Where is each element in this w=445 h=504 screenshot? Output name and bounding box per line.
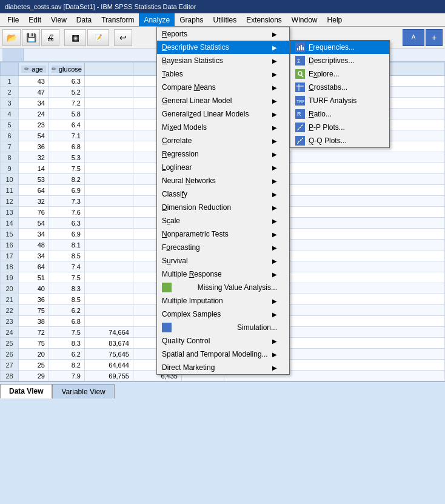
cell-glucose[interactable]: 8.1 [49, 240, 85, 250]
cell-c3[interactable]: 74,664 [84, 327, 133, 338]
menu-item-multiple-imputation[interactable]: Multiple Imputation ▶ [157, 294, 289, 307]
submenu-item-pp-plots[interactable]: P-P Plots... [290, 121, 389, 134]
menu-item-loglinear[interactable]: Loglinear ▶ [157, 161, 289, 174]
submenu-item-ratio[interactable]: R Ratio... [290, 107, 389, 121]
descriptive-statistics-submenu[interactable]: Frequencies... Σ Descriptives... Explore… [290, 40, 390, 148]
menu-item-mixed-models[interactable]: Mixed Models ▶ [157, 121, 289, 134]
tab-variable-view[interactable]: Variable View [52, 384, 114, 398]
cell-c3[interactable] [84, 76, 133, 87]
cell-age[interactable]: 36 [19, 141, 49, 152]
cell-age[interactable]: 54 [19, 218, 49, 229]
menu-item-compare-means[interactable]: Compare Means ▶ [157, 81, 289, 94]
cell-c3[interactable] [84, 185, 133, 196]
menu-item-survival[interactable]: Survival ▶ [157, 254, 289, 267]
menu-item-correlate[interactable]: Correlate ▶ [157, 134, 289, 147]
cell-glucose[interactable]: 6.2 [49, 349, 85, 360]
menu-item-forecasting[interactable]: Forecasting ▶ [157, 241, 289, 254]
cell-c3[interactable] [84, 240, 133, 250]
cell-age[interactable]: 32 [19, 152, 49, 163]
cell-age[interactable]: 54 [19, 130, 49, 141]
cell-glucose[interactable]: 8.3 [49, 338, 85, 349]
menu-item-reports[interactable]: Reports ▶ [157, 27, 289, 41]
cell-c3[interactable] [84, 283, 133, 294]
menu-item-tables[interactable]: Tables ▶ [157, 67, 289, 81]
cell-c3[interactable] [84, 130, 133, 141]
cell-glucose[interactable]: 8.2 [49, 174, 85, 185]
cell-c3[interactable]: 69,755 [84, 371, 133, 381]
cell-age[interactable]: 75 [19, 338, 49, 349]
cell-glucose[interactable]: 7.1 [49, 130, 85, 141]
cell-glucose[interactable]: 6.8 [49, 141, 85, 152]
cell-age[interactable]: 51 [19, 272, 49, 283]
cell-glucose[interactable]: 6.9 [49, 229, 85, 240]
cell-c3[interactable] [84, 98, 133, 109]
cell-glucose[interactable]: 6.4 [49, 119, 85, 130]
col-header-c3[interactable] [84, 62, 133, 76]
print-button[interactable]: 🖨 [41, 29, 59, 46]
cell-age[interactable]: 34 [19, 250, 49, 261]
menu-item-quality-control[interactable]: Quality Control ▶ [157, 334, 289, 348]
cell-glucose[interactable]: 6.3 [49, 76, 85, 87]
cell-glucose[interactable]: 7.4 [49, 261, 85, 272]
menu-item-multiple-response[interactable]: Multiple Response ▶ [157, 267, 289, 281]
cell-glucose[interactable]: 5.3 [49, 152, 85, 163]
cell-age[interactable]: 64 [19, 185, 49, 196]
menu-item-generalized-linear[interactable]: Generalized Linear Models ▶ [157, 107, 289, 121]
menu-edit[interactable]: Edit [24, 13, 46, 26]
analyze-dropdown-menu[interactable]: Reports ▶ Descriptive Statistics ▶ Bayes… [156, 27, 290, 375]
cell-age[interactable]: 40 [19, 283, 49, 294]
plus-button[interactable]: + [426, 29, 443, 46]
cell-c3[interactable]: 75,645 [84, 349, 133, 360]
var-button[interactable]: A [403, 29, 424, 46]
cell-age[interactable]: 32 [19, 196, 49, 207]
cell-glucose[interactable]: 5.2 [49, 87, 85, 98]
menu-item-neural-networks[interactable]: Neural Networks ▶ [157, 174, 289, 187]
undo-button[interactable]: ↩ [114, 29, 132, 46]
cell-glucose[interactable]: 5.8 [49, 109, 85, 119]
cell-glucose[interactable]: 7.9 [49, 371, 85, 381]
cell-c3[interactable] [84, 261, 133, 272]
cell-age[interactable]: 47 [19, 87, 49, 98]
menu-utilities[interactable]: Utilities [208, 13, 241, 26]
submenu-item-frequencies[interactable]: Frequencies... [290, 41, 389, 54]
submenu-item-explore[interactable]: Explore... [290, 67, 389, 81]
cell-c3[interactable] [84, 109, 133, 119]
cell-age[interactable]: 24 [19, 109, 49, 119]
submenu-item-descriptives[interactable]: Σ Descriptives... [290, 54, 389, 67]
cell-glucose[interactable]: 8.5 [49, 250, 85, 261]
cell-glucose[interactable]: 8.3 [49, 283, 85, 294]
menu-item-regression[interactable]: Regression ▶ [157, 147, 289, 161]
cell-age[interactable]: 14 [19, 163, 49, 174]
syntax-button[interactable]: 📝 [87, 29, 109, 46]
data-editor-button[interactable]: ▦ [64, 29, 86, 46]
cell-c3[interactable] [84, 163, 133, 174]
col-header-glucose[interactable]: ✏ glucose [49, 62, 85, 76]
cell-age[interactable]: 48 [19, 240, 49, 250]
cell-c3[interactable] [84, 119, 133, 130]
menu-item-spatial-temporal[interactable]: Spatial and Temporal Modeling... ▶ [157, 348, 289, 361]
cell-c3[interactable] [84, 152, 133, 163]
cell-age[interactable]: 64 [19, 261, 49, 272]
menu-extensions[interactable]: Extensions [241, 13, 287, 26]
cell-c3[interactable] [84, 87, 133, 98]
open-button[interactable]: 📂 [2, 29, 21, 46]
menu-item-classify[interactable]: Classify ▶ [157, 187, 289, 201]
cell-c3[interactable] [84, 141, 133, 152]
menu-view[interactable]: View [46, 13, 72, 26]
menu-item-bayesian-statistics[interactable]: Bayesian Statistics ▶ [157, 54, 289, 67]
cell-c3[interactable] [84, 196, 133, 207]
menu-window[interactable]: Window [287, 13, 323, 26]
cell-glucose[interactable]: 8.2 [49, 360, 85, 371]
submenu-item-turf[interactable]: TRF TURF Analysis [290, 94, 389, 107]
menu-item-missing-value[interactable]: Missing Value Analysis... [157, 281, 289, 294]
cell-glucose[interactable]: 7.2 [49, 98, 85, 109]
cell-glucose[interactable]: 6.8 [49, 316, 85, 327]
cell-c3[interactable] [84, 294, 133, 305]
cell-glucose[interactable]: 8.5 [49, 294, 85, 305]
cell-c3[interactable] [84, 272, 133, 283]
menu-item-complex-samples[interactable]: Complex Samples ▶ [157, 307, 289, 321]
cell-age[interactable]: 36 [19, 294, 49, 305]
cell-age[interactable]: 76 [19, 207, 49, 218]
menu-item-descriptive-statistics[interactable]: Descriptive Statistics ▶ [157, 41, 289, 54]
cell-c3[interactable]: 64,644 [84, 360, 133, 371]
